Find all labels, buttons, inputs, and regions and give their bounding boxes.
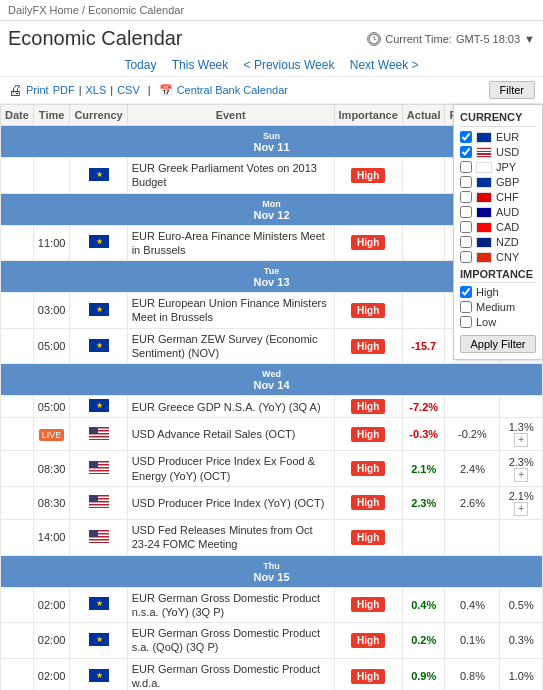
importance-cell: High	[334, 519, 402, 555]
currency-cell: ★	[70, 293, 127, 329]
svg-rect-17	[89, 437, 109, 439]
time-cell	[33, 158, 70, 194]
prev-value: 2.3%	[509, 456, 534, 468]
xls-link[interactable]: XLS	[85, 84, 106, 96]
filter-panel: CURRENCY EURUSDJPYGBPCHFAUDCADNZDCNY IMP…	[453, 104, 543, 360]
flag-eu: ★	[89, 171, 109, 183]
svg-text:★: ★	[95, 401, 102, 410]
checkbox-nzd[interactable]	[460, 236, 472, 248]
print-link[interactable]: Print	[26, 84, 49, 96]
date-cell	[1, 451, 34, 487]
checkbox-importance-low[interactable]	[460, 316, 472, 328]
importance-cell: High	[334, 451, 402, 487]
next-week-link[interactable]: Next Week >	[350, 58, 419, 72]
checkbox-usd[interactable]	[460, 146, 472, 158]
apply-filter-button[interactable]: Apply Filter	[460, 335, 536, 353]
expand-button[interactable]: +	[514, 468, 528, 482]
time-cell: 05:00	[33, 328, 70, 364]
table-row: 14:00 USD Fed Releases Minutes from Oct …	[1, 519, 543, 555]
checkbox-chf[interactable]	[460, 191, 472, 203]
flag-eu: ★	[89, 238, 109, 250]
time-cell: 05:00	[33, 396, 70, 418]
clock-icon	[367, 32, 381, 46]
month-day: Nov 13	[253, 276, 289, 288]
prev-cell: 2.3%+	[500, 451, 543, 487]
importance-cell: High	[334, 623, 402, 659]
flag-eu: ★	[89, 402, 109, 414]
month-day: Nov 15	[253, 571, 289, 583]
actual-cell: 0.4%	[402, 587, 445, 623]
importance-cell: High	[334, 328, 402, 364]
importance-cell: High	[334, 418, 402, 451]
day-cell: WedNov 14	[1, 364, 542, 395]
checkbox-cad[interactable]	[460, 221, 472, 233]
currency-label-eur: EUR	[496, 131, 519, 143]
live-badge: LIVE	[39, 429, 65, 441]
expand-button[interactable]: +	[514, 433, 528, 447]
table-row: 08:30 USD Producer Price Index Ex Food &…	[1, 451, 543, 487]
date-cell	[1, 519, 34, 555]
csv-link[interactable]: CSV	[117, 84, 140, 96]
checkbox-aud[interactable]	[460, 206, 472, 218]
importance-cell: High	[334, 158, 402, 194]
importance-label-high: High	[476, 286, 499, 298]
date-cell	[1, 158, 34, 194]
expand-button[interactable]: +	[514, 502, 528, 516]
filter-currency-cad: CAD	[460, 221, 536, 233]
day-name: Thu	[263, 561, 280, 571]
checkbox-gbp[interactable]	[460, 176, 472, 188]
importance-badge: High	[351, 303, 385, 318]
time-cell: 02:00	[33, 658, 70, 690]
prev-week-link[interactable]: < Previous Week	[244, 58, 335, 72]
table-row: LIVE USD Advance Retail Sales (OCT)High-…	[1, 418, 543, 451]
flag-us	[89, 430, 109, 442]
importance-badge: High	[351, 427, 385, 442]
date-cell	[1, 225, 34, 261]
actual-cell	[402, 293, 445, 329]
timezone-dropdown-icon[interactable]: ▼	[524, 33, 535, 45]
event-cell: EUR German Gross Domestic Product w.d.a.	[127, 658, 334, 690]
currency-cell: ★	[70, 396, 127, 418]
day-header-row: WedNov 14	[1, 364, 543, 396]
filter-currency-chf: CHF	[460, 191, 536, 203]
svg-rect-28	[89, 503, 109, 505]
checkbox-eur[interactable]	[460, 131, 472, 143]
flag-aud	[476, 207, 492, 218]
today-link[interactable]: Today	[124, 58, 156, 72]
col-date: Date	[1, 105, 34, 126]
checkbox-importance-medium[interactable]	[460, 301, 472, 313]
flag-eu: ★	[89, 636, 109, 648]
pdf-link[interactable]: PDF	[53, 84, 75, 96]
filter-button[interactable]: Filter	[489, 81, 535, 99]
currency-label-chf: CHF	[496, 191, 519, 203]
table-row: 02:00★EUR German Gross Domestic Product …	[1, 587, 543, 623]
table-row: 02:00★EUR German Gross Domestic Product …	[1, 623, 543, 659]
svg-text:★: ★	[95, 671, 102, 680]
checkbox-importance-high[interactable]	[460, 286, 472, 298]
page-title: Economic Calendar	[8, 27, 183, 50]
filter-currency-cny: CNY	[460, 251, 536, 263]
checkbox-cny[interactable]	[460, 251, 472, 263]
currency-label-jpy: JPY	[496, 161, 516, 173]
currency-cell: ★	[70, 658, 127, 690]
svg-rect-30	[89, 495, 98, 502]
svg-text:★: ★	[95, 599, 102, 608]
calendar-icon: 📅	[159, 84, 173, 97]
table-row: 05:00★EUR Greece GDP N.S.A. (YoY) (3Q A)…	[1, 396, 543, 418]
event-cell: USD Advance Retail Sales (OCT)	[127, 418, 334, 451]
checkbox-jpy[interactable]	[460, 161, 472, 173]
col-importance: Importance	[334, 105, 402, 126]
time-cell: 08:30	[33, 451, 70, 487]
date-cell	[1, 293, 34, 329]
month-day: Nov 12	[253, 209, 289, 221]
currency-label-nzd: NZD	[496, 236, 519, 248]
flag-jpy	[476, 162, 492, 173]
forecast-cell: 2.6%	[445, 486, 500, 519]
event-cell: EUR Greece GDP N.S.A. (YoY) (3Q A)	[127, 396, 334, 418]
currency-label-usd: USD	[496, 146, 519, 158]
flag-eu: ★	[89, 342, 109, 354]
central-bank-link[interactable]: Central Bank Calendar	[177, 84, 288, 96]
filter-currency-jpy: JPY	[460, 161, 536, 173]
svg-rect-23	[89, 472, 109, 474]
this-week-link[interactable]: This Week	[172, 58, 228, 72]
